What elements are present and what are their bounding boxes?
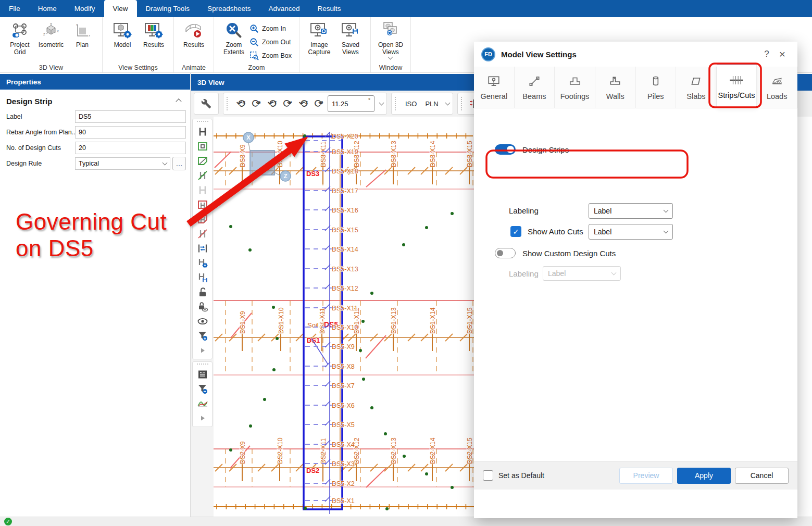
results-button[interactable]: Results — [138, 19, 169, 49]
swap-selection-icon[interactable] — [195, 241, 210, 256]
toolbar-drag-handle[interactable] — [461, 97, 464, 110]
property-value-input[interactable]: 20 — [75, 142, 186, 154]
dialog-tab-slabs[interactable]: Slabs — [676, 67, 717, 108]
chevron-down-icon — [611, 270, 617, 275]
show-auto-cuts-checkbox[interactable]: ✓ — [510, 226, 521, 237]
rotate-plusminus-x-button[interactable]: ⟲+X — [233, 96, 248, 111]
set-as-default-checkbox[interactable] — [483, 470, 493, 481]
collapse-section-icon[interactable] — [176, 98, 181, 104]
node-point — [362, 378, 365, 381]
beam-section-icon[interactable] — [195, 124, 210, 139]
beam-green-slash-icon[interactable] — [195, 168, 210, 183]
property-label: Design Rule — [6, 160, 75, 167]
display-options-button[interactable] — [194, 93, 219, 115]
preview-button[interactable]: Preview — [619, 468, 673, 484]
dialog-tab-footings[interactable]: Footings — [555, 67, 595, 108]
rotate-minus-y-button[interactable]: ⟳-Y — [280, 96, 295, 111]
zoom-box-button[interactable]: Zoom Box — [249, 49, 295, 62]
model-button[interactable]: Model — [107, 19, 138, 49]
rotate-minus-x-button[interactable]: ⟳-X — [248, 96, 264, 111]
toolbar-drag-handle[interactable] — [197, 364, 208, 366]
deselect-poly-red-icon[interactable] — [195, 212, 210, 227]
grid-strip-label: DS2-X15 — [466, 437, 473, 464]
selection-settings-icon[interactable] — [195, 256, 210, 270]
auto-cut-label: DS5-X1 — [332, 497, 355, 505]
dialog-tab-strips-cuts[interactable]: Strips/Cuts — [717, 63, 757, 108]
expander-icon[interactable] — [195, 411, 210, 425]
close-button[interactable]: × — [774, 46, 790, 62]
ribbon-tab-advanced[interactable]: Advanced — [259, 0, 308, 17]
toolbar-drag-handle[interactable] — [197, 121, 208, 123]
results-button[interactable]: Results — [178, 19, 209, 49]
dialog-tab-walls[interactable]: Walls — [595, 67, 636, 108]
help-button[interactable]: ? — [759, 46, 774, 62]
ribbon-tab-modify[interactable]: Modify — [66, 0, 104, 17]
ribbon-tab-drawing-tools[interactable]: Drawing Tools — [137, 0, 199, 17]
design-rule-dropdown[interactable]: Typical — [75, 157, 170, 170]
design-strips-toggle[interactable] — [495, 144, 516, 155]
show-custom-design-cuts-toggle[interactable] — [495, 248, 516, 258]
toolbar-drag-handle[interactable] — [395, 97, 398, 110]
strips-cuts-icon — [729, 73, 744, 87]
select-rect-green-icon[interactable] — [195, 139, 210, 154]
auto-cut-label: DS5-X13 — [332, 266, 358, 273]
zoom-in-button[interactable]: Zoom In — [249, 22, 295, 35]
property-value-input[interactable]: 90 — [75, 126, 186, 139]
ribbon-tab-file[interactable]: File — [0, 0, 29, 17]
auto-cut-label: DS5-X2 — [332, 480, 355, 487]
ribbon-group-label: View Settings — [103, 64, 173, 71]
view-mode-dropdown-icon[interactable] — [445, 101, 450, 106]
saved-views-button[interactable]: Saved Views — [335, 19, 366, 56]
grid-strip-label: DS1-X14 — [429, 307, 436, 334]
view-mode-pln-button[interactable]: PLN — [421, 97, 442, 110]
zoom-out-button[interactable]: Zoom Out — [249, 36, 295, 48]
rotate-plusminus-z-button[interactable]: ⟲+Z — [295, 96, 311, 111]
show-custom-design-cuts-label: Show Custom Design Cuts — [522, 249, 616, 258]
dialog-tab-general[interactable]: General — [474, 67, 515, 108]
deselect-rect-red-icon[interactable] — [195, 197, 210, 212]
filter-minus-icon[interactable] — [195, 382, 210, 396]
dialog-tab-loads[interactable]: Loads — [757, 67, 797, 108]
annotation-list-icon[interactable] — [195, 367, 210, 382]
selection-save-icon[interactable] — [195, 270, 210, 285]
open-3d-views-button[interactable]: Open 3D Views — [375, 19, 406, 59]
unlock-icon[interactable] — [195, 285, 210, 299]
dialog-tab-beams[interactable]: Beams — [515, 67, 555, 108]
lock-visibility-icon[interactable] — [195, 299, 210, 314]
node-point — [370, 292, 373, 295]
select-poly-green-icon[interactable] — [195, 154, 210, 168]
image-capture-button[interactable]: Image Capture — [304, 19, 335, 56]
strip-labeling-dropdown[interactable]: Label — [589, 203, 673, 219]
plan-button[interactable]: xzPlan — [67, 19, 98, 49]
rotation-angle-input[interactable]: 11.25 ° — [328, 95, 374, 112]
visibility-icon[interactable] — [195, 314, 210, 329]
button-label: Zoom Out — [262, 39, 291, 46]
node-point — [276, 337, 279, 340]
button-label: Project Grid — [4, 42, 35, 56]
isometric-button[interactable]: YXZIsometric — [35, 19, 67, 49]
toolbar-drag-handle[interactable] — [227, 97, 230, 110]
angle-dropdown-icon[interactable] — [379, 101, 384, 106]
expander-icon[interactable] — [195, 343, 210, 358]
auto-cuts-labeling-dropdown[interactable]: Label — [589, 224, 673, 240]
beam-red-slash-icon[interactable] — [195, 227, 210, 241]
beam-ghost-icon[interactable] — [195, 183, 210, 197]
rotate-plusminus-y-button[interactable]: ⟲+Y — [264, 96, 280, 111]
result-diagram-icon[interactable] — [195, 396, 210, 411]
node-point — [229, 225, 232, 228]
dialog-tab-piles[interactable]: Piles — [636, 67, 677, 108]
ribbon-tab-home[interactable]: Home — [29, 0, 66, 17]
filter-down-icon[interactable] — [195, 329, 210, 343]
rotate-minus-z-button[interactable]: ⟳-Z — [311, 96, 327, 111]
project-grid-button[interactable]: Project Grid — [4, 19, 35, 56]
ribbon-tab-view[interactable]: View — [104, 0, 137, 17]
ribbon-tab-spreadsheets[interactable]: Spreadsheets — [198, 0, 259, 17]
cancel-button[interactable]: Cancel — [735, 468, 789, 484]
property-value-input[interactable]: DS5 — [75, 110, 186, 123]
view-mode-iso-button[interactable]: ISO — [401, 97, 421, 110]
design-rule-ellipsis-button[interactable]: … — [172, 157, 186, 170]
grid-strip-label: DS3-X11 — [320, 141, 327, 167]
ribbon-tab-results[interactable]: Results — [308, 0, 349, 17]
zoom-extents-button[interactable]: Zoom Extents — [218, 19, 249, 56]
apply-button[interactable]: Apply — [677, 468, 731, 484]
